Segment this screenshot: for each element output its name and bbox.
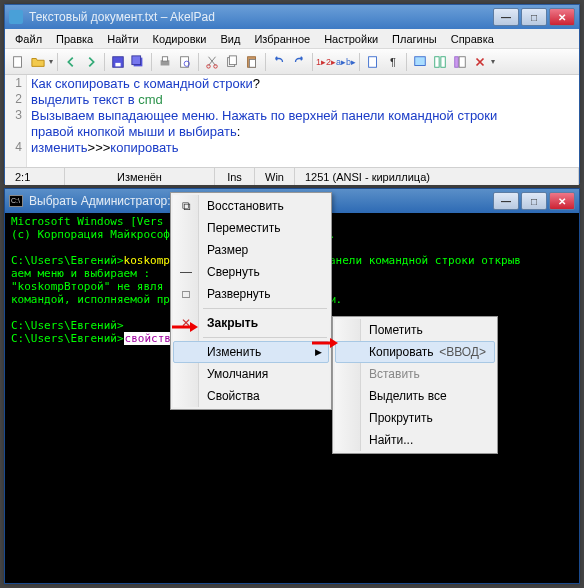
fullscreen-icon[interactable]: [411, 53, 429, 71]
restore-item[interactable]: ⧉Восстановить: [173, 195, 329, 217]
size-item[interactable]: Размер: [173, 239, 329, 261]
page-icon[interactable]: [364, 53, 382, 71]
minimize-item[interactable]: —Свернуть: [173, 261, 329, 283]
nonprint-icon[interactable]: ¶: [384, 53, 402, 71]
editor-titlebar[interactable]: Текстовый документ.txt – AkelPad — □ ✕: [5, 5, 579, 29]
restore-icon: ⧉: [179, 199, 193, 213]
scroll-item[interactable]: Прокрутить: [335, 407, 495, 429]
svg-rect-0: [14, 56, 22, 67]
console-maximize-button[interactable]: □: [521, 192, 547, 210]
svg-rect-19: [455, 56, 459, 67]
selection-highlight: свойств: [124, 332, 172, 345]
toolbar: ▾ 1▸2▸ a▸b▸ ¶ ▾: [5, 49, 579, 75]
console-close-button[interactable]: ✕: [549, 192, 575, 210]
close-button[interactable]: ✕: [549, 8, 575, 26]
menu-help[interactable]: Справка: [445, 31, 500, 47]
app-icon: [9, 10, 23, 24]
open-folder-icon[interactable]: [29, 53, 47, 71]
new-file-icon[interactable]: [9, 53, 27, 71]
menu-find[interactable]: Найти: [101, 31, 144, 47]
move-item[interactable]: Переместить: [173, 217, 329, 239]
editor-body[interactable]: 1 2 3 4 Как скопировать с командной стро…: [5, 75, 579, 167]
undo-icon[interactable]: [270, 53, 288, 71]
modify-item[interactable]: Изменить▶: [173, 341, 329, 363]
editor-window: Текстовый документ.txt – AkelPad — □ ✕ Ф…: [4, 4, 580, 184]
statusbar: 2:1 Изменён Ins Win 1251 (ANSI - кирилли…: [5, 167, 579, 185]
mark-item[interactable]: Пометить: [335, 319, 495, 341]
svg-rect-20: [459, 56, 465, 67]
status-mod: Изменён: [65, 168, 215, 185]
system-context-menu: ⧉Восстановить Переместить Размер —Сверну…: [170, 192, 332, 410]
status-win: Win: [255, 168, 295, 185]
close-icon: ✕: [179, 316, 193, 330]
menu-settings[interactable]: Настройки: [318, 31, 384, 47]
menubar: Файл Правка Найти Кодировки Вид Избранно…: [5, 29, 579, 49]
print-icon[interactable]: [156, 53, 174, 71]
preview-icon[interactable]: [176, 53, 194, 71]
copy-item[interactable]: Копировать<ВВОД>: [335, 341, 495, 363]
menu-edit[interactable]: Правка: [50, 31, 99, 47]
maximize-button[interactable]: □: [521, 8, 547, 26]
svg-rect-4: [132, 55, 141, 64]
font-inc-icon[interactable]: 1▸2▸: [317, 53, 335, 71]
find-item[interactable]: Найти...: [335, 429, 495, 451]
save-icon[interactable]: [109, 53, 127, 71]
svg-rect-15: [369, 56, 377, 67]
svg-rect-2: [115, 62, 120, 66]
svg-rect-18: [441, 56, 445, 67]
close-doc-icon[interactable]: [471, 53, 489, 71]
cmd-icon: C:\: [9, 195, 23, 207]
redo-icon[interactable]: [290, 53, 308, 71]
svg-rect-14: [249, 59, 255, 67]
svg-rect-16: [415, 56, 426, 65]
modify-submenu: Пометить Копировать<ВВОД> Вставить Выдел…: [332, 316, 498, 454]
cut-icon[interactable]: [203, 53, 221, 71]
console-minimize-button[interactable]: —: [493, 192, 519, 210]
accelerator-text: <ВВОД>: [439, 345, 486, 359]
paste-icon[interactable]: [243, 53, 261, 71]
minimize-button[interactable]: —: [493, 8, 519, 26]
select-all-item[interactable]: Выделить все: [335, 385, 495, 407]
svg-rect-17: [435, 56, 439, 67]
side-icon[interactable]: [451, 53, 469, 71]
menu-favorites[interactable]: Избранное: [248, 31, 316, 47]
paste-item[interactable]: Вставить: [335, 363, 495, 385]
status-ins: Ins: [215, 168, 255, 185]
back-icon[interactable]: [62, 53, 80, 71]
menu-plugins[interactable]: Плагины: [386, 31, 443, 47]
window-title: Текстовый документ.txt – AkelPad: [29, 10, 493, 24]
maximize-icon: □: [179, 287, 193, 301]
font-dec-icon[interactable]: a▸b▸: [337, 53, 355, 71]
maximize-item[interactable]: □Развернуть: [173, 283, 329, 305]
close-item[interactable]: ✕Закрыть: [173, 312, 329, 334]
defaults-item[interactable]: Умолчания: [173, 363, 329, 385]
forward-icon[interactable]: [82, 53, 100, 71]
menu-view[interactable]: Вид: [215, 31, 247, 47]
copy-icon[interactable]: [223, 53, 241, 71]
menu-file[interactable]: Файл: [9, 31, 48, 47]
svg-rect-12: [229, 55, 236, 64]
properties-item[interactable]: Свойства: [173, 385, 329, 407]
svg-rect-6: [162, 56, 167, 60]
status-pos: 2:1: [5, 168, 65, 185]
split-icon[interactable]: [431, 53, 449, 71]
chevron-right-icon: ▶: [315, 347, 322, 357]
code-area[interactable]: Как скопировать с командной строки? выде…: [27, 75, 579, 167]
minimize-icon: —: [179, 265, 193, 279]
line-gutter: 1 2 3 4: [5, 75, 27, 167]
save-all-icon[interactable]: [129, 53, 147, 71]
menu-encodings[interactable]: Кодировки: [147, 31, 213, 47]
status-enc: 1251 (ANSI - кириллица): [295, 168, 579, 185]
